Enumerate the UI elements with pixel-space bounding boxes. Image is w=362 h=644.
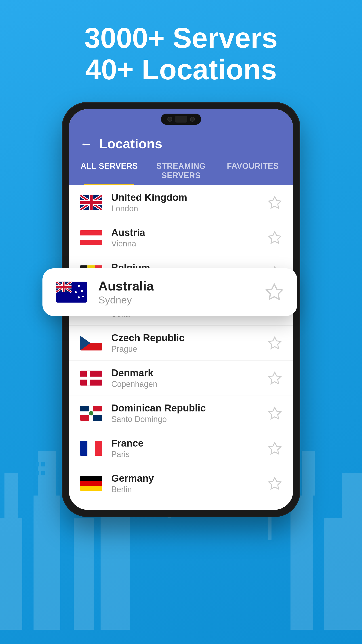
- list-item-dominican[interactable]: Dominican Republic Santo Domingo: [69, 396, 293, 431]
- list-item-austria[interactable]: Austria Vienna: [69, 220, 293, 255]
- svg-rect-7: [302, 451, 315, 496]
- svg-rect-32: [80, 201, 102, 204]
- svg-rect-67: [80, 481, 102, 486]
- svg-rect-34: [80, 230, 102, 236]
- country-name-france: France: [111, 438, 268, 449]
- flag-austria: [80, 230, 102, 246]
- svg-marker-53: [269, 372, 281, 384]
- country-info-germany: Germany Berlin: [111, 473, 268, 494]
- australia-featured-card[interactable]: Australia Sydney: [42, 268, 297, 316]
- svg-point-82: [75, 291, 77, 293]
- svg-point-80: [78, 285, 80, 287]
- city-name-france: Paris: [111, 450, 268, 459]
- tab-favourites[interactable]: FAVOURITES: [217, 156, 289, 185]
- svg-marker-49: [269, 337, 281, 348]
- svg-rect-8: [324, 518, 342, 630]
- svg-rect-63: [87, 441, 95, 456]
- svg-point-81: [81, 290, 83, 292]
- flag-czech: [80, 335, 102, 351]
- svg-point-83: [78, 296, 80, 298]
- country-info-australia: Australia Sydney: [98, 278, 265, 306]
- svg-rect-2: [33, 496, 60, 630]
- country-name-australia: Australia: [98, 278, 265, 294]
- favourite-star-france[interactable]: [268, 441, 282, 456]
- svg-rect-3: [38, 451, 56, 496]
- country-info-dominican: Dominican Republic Santo Domingo: [111, 402, 268, 424]
- svg-rect-79: [56, 286, 71, 288]
- svg-rect-16: [36, 462, 39, 466]
- country-name-austria: Austria: [111, 227, 268, 238]
- svg-marker-33: [269, 196, 281, 208]
- tab-streaming-servers[interactable]: STREAMING SERVERS: [145, 156, 217, 185]
- country-name-denmark: Denmark: [111, 368, 268, 378]
- svg-rect-68: [80, 486, 102, 491]
- hero-line1: 3000+ Servers: [0, 22, 362, 54]
- svg-rect-52: [80, 376, 102, 380]
- flag-uk: [80, 195, 102, 210]
- favourite-star-germany[interactable]: [268, 476, 282, 491]
- flag-dominican: [80, 406, 102, 421]
- app-title: Locations: [99, 136, 162, 152]
- country-name-dominican: Dominican Republic: [111, 402, 268, 414]
- app-header: ← Locations: [69, 129, 293, 152]
- svg-marker-37: [269, 232, 281, 243]
- list-item-denmark[interactable]: Denmark Copenhagen: [69, 361, 293, 396]
- city-name-denmark: Copenhagen: [111, 380, 268, 389]
- camera-dot-2: [190, 117, 195, 122]
- city-name-dominican: Santo Domingo: [111, 414, 268, 424]
- svg-marker-65: [269, 442, 281, 454]
- svg-rect-17: [41, 462, 45, 466]
- country-name-germany: Germany: [111, 473, 268, 484]
- svg-rect-18: [36, 471, 39, 476]
- phone-wrapper: ← Locations ALL SERVERS STREAMING SERVER…: [62, 103, 300, 516]
- svg-rect-19: [41, 471, 45, 476]
- country-info-france: France Paris: [111, 438, 268, 459]
- favourite-star-dominican[interactable]: [268, 406, 282, 420]
- city-name-uk: London: [111, 204, 268, 213]
- flag-australia: [56, 282, 87, 303]
- svg-marker-61: [269, 407, 281, 419]
- back-button[interactable]: ←: [80, 137, 92, 151]
- list-item-uk[interactable]: United Kingdom London: [69, 185, 293, 220]
- phone-notch-bar: [69, 109, 293, 129]
- country-info-denmark: Denmark Copenhagen: [111, 368, 268, 389]
- list-item-czech[interactable]: Czech Republic Prague: [69, 326, 293, 361]
- city-name-austria: Vienna: [111, 239, 268, 248]
- svg-point-84: [82, 296, 84, 297]
- svg-rect-4: [74, 518, 94, 630]
- flag-germany: [80, 476, 102, 491]
- favourite-star-denmark[interactable]: [268, 371, 282, 386]
- camera-lens: [175, 116, 187, 122]
- svg-rect-1: [4, 473, 18, 518]
- svg-rect-36: [80, 240, 102, 245]
- country-name-uk: United Kingdom: [111, 192, 268, 203]
- location-list: United Kingdom London: [69, 185, 293, 510]
- city-name-czech: Prague: [111, 344, 268, 354]
- svg-rect-64: [95, 441, 102, 456]
- flag-denmark: [80, 370, 102, 386]
- list-item-germany[interactable]: Germany Berlin: [69, 466, 293, 510]
- tab-all-servers[interactable]: ALL SERVERS: [73, 156, 145, 185]
- favourite-star-australia[interactable]: [265, 283, 284, 302]
- camera-dot: [167, 117, 172, 122]
- country-name-czech: Czech Republic: [111, 332, 268, 344]
- svg-rect-66: [80, 476, 102, 481]
- svg-rect-0: [0, 518, 22, 630]
- country-info-uk: United Kingdom London: [111, 192, 268, 213]
- svg-rect-35: [80, 236, 102, 240]
- country-info-austria: Austria Vienna: [111, 227, 268, 248]
- country-info-czech: Czech Republic Prague: [111, 332, 268, 354]
- flag-france: [80, 440, 102, 456]
- svg-marker-85: [266, 284, 282, 299]
- favourite-star-austria[interactable]: [268, 230, 282, 245]
- list-item-france[interactable]: France Paris: [69, 431, 293, 466]
- hero-section: 3000+ Servers 40+ Locations: [0, 0, 362, 103]
- phone-camera: [161, 114, 201, 125]
- svg-rect-9: [342, 473, 362, 630]
- hero-line2: 40+ Locations: [0, 54, 362, 86]
- tabs-bar: ALL SERVERS STREAMING SERVERS FAVOURITES: [69, 152, 293, 185]
- city-name-germany: Berlin: [111, 485, 268, 494]
- favourite-star-uk[interactable]: [268, 196, 282, 210]
- svg-rect-62: [80, 441, 87, 456]
- favourite-star-czech[interactable]: [268, 336, 282, 350]
